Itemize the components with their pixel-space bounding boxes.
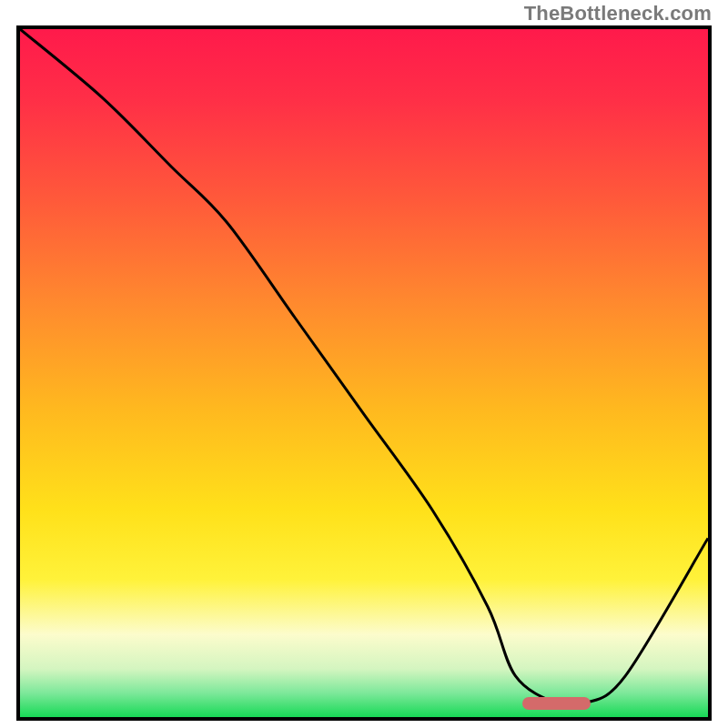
bottleneck-curve <box>20 29 708 707</box>
watermark-text: TheBottleneck.com <box>524 2 712 25</box>
chart-frame <box>16 25 712 721</box>
optimal-range-marker <box>522 697 592 710</box>
chart-plot-area <box>20 29 708 717</box>
